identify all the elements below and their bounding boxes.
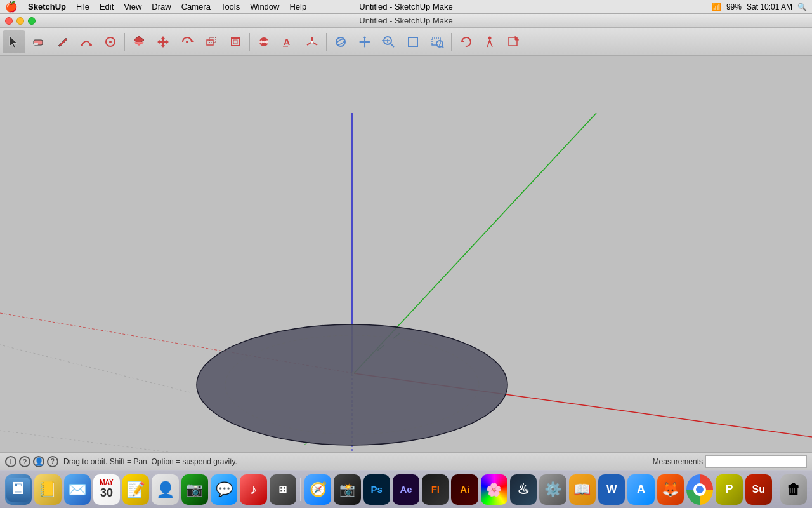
svg-point-7 [109,41,112,43]
photos-dock-item[interactable]: 🌸 [481,474,508,505]
svg-line-37 [442,46,444,48]
push-pull-tool[interactable] [128,30,150,53]
svg-marker-29 [369,41,370,43]
pan-tool[interactable] [353,30,376,53]
svg-text:A: A [284,37,290,47]
tape-tool[interactable] [252,30,275,53]
contacts-dock-item[interactable]: 👤 [152,474,178,505]
circle-tool[interactable] [99,30,122,53]
camera-menu[interactable]: Camera [181,2,211,11]
search-icon[interactable]: 🔍 [797,3,807,11]
facetime-dock-item[interactable]: 📷 [181,474,208,505]
help-menu[interactable]: Help [289,2,306,11]
wifi-icon: 📶 [712,3,721,11]
apple-menu[interactable]: 🍎 [5,1,18,13]
dock: 🖥 📒 ✉️ MAY30 📝 👤 📷 💬 ♪ ⊞ 🧭 📸 Ps Ae Fl Ai… [0,470,812,508]
edit-menu[interactable]: Edit [100,2,114,11]
status-hint: Drag to orbit. Shift = Pan, Option = sus… [63,457,237,466]
view-menu[interactable]: View [124,2,141,11]
svg-point-4 [81,44,83,46]
status-info-icon[interactable]: i [5,456,16,467]
svg-marker-28 [359,41,361,43]
safari-dock-item[interactable]: 🧭 [304,474,331,505]
window-title-bar: Untitled - SketchUp Make [0,14,812,28]
word-dock-item[interactable]: W [598,474,625,505]
trash-dock-item[interactable]: 🗑 [780,474,807,505]
clock: Sat 10:01 AM [747,3,792,11]
mac-menu-bar: 🍎 SketchUp File Edit View Draw Camera To… [0,0,812,14]
zoom-tool[interactable] [377,30,400,53]
file-menu[interactable]: File [76,2,89,11]
photoshop-dock-item[interactable]: Ps [363,474,390,505]
rotate-tool[interactable] [176,30,199,53]
messages-dock-item[interactable]: 💬 [211,474,237,505]
close-button[interactable] [5,17,13,25]
ibooks-dock-item[interactable]: 📖 [569,474,596,505]
pocketbook-dock-item[interactable]: P [716,474,742,505]
svg-line-31 [391,43,395,47]
status-help-icon[interactable]: ? [47,456,58,467]
canvas-area[interactable] [0,56,812,452]
svg-rect-19 [283,46,288,47]
appstore-dock-item[interactable]: A [627,474,654,505]
measurements-area: Measurements [653,455,807,468]
battery-status: 99% [726,3,742,11]
sysprefs-dock-item[interactable]: ⚙️ [539,474,566,505]
mail-dock-item[interactable]: ✉️ [64,474,91,505]
walk-tool[interactable] [478,30,501,53]
scale-tool[interactable] [200,30,223,53]
svg-rect-34 [409,37,417,46]
status-icons: i ? 👤 ? [5,456,58,467]
svg-point-39 [488,36,492,39]
finder-dock-item[interactable]: 🖥 [5,474,32,505]
notes-dock-item[interactable]: 📒 [34,474,61,505]
arc-tool[interactable] [75,30,98,53]
draw-menu[interactable]: Draw [152,2,171,11]
svg-marker-0 [10,36,17,48]
window-menu[interactable]: Window [250,2,279,11]
steam-dock-item[interactable]: ♨ [510,474,537,505]
sketchup-menu[interactable]: SketchUp [28,2,66,11]
aftereffects-dock-item[interactable]: Ae [393,474,419,505]
text-tool[interactable]: A [277,30,299,53]
zoom-window-tool[interactable] [426,30,449,53]
sketchup-dock-item[interactable]: Su [745,474,772,505]
calendar-dock-item[interactable]: MAY30 [93,474,120,505]
previous-view-tool[interactable] [454,30,477,53]
zoom-extents-tool[interactable] [402,30,424,53]
svg-marker-27 [363,46,366,48]
music-dock-item[interactable]: ♪ [240,474,266,505]
status-bar: i ? 👤 ? Drag to orbit. Shift = Pan, Opti… [0,452,812,470]
stickies-dock-item[interactable]: 📝 [122,474,149,505]
svg-rect-15 [232,38,239,46]
flash-dock-item[interactable]: Fl [422,474,449,505]
svg-marker-3 [58,46,61,47]
status-question-icon[interactable]: ? [19,456,30,467]
offset-tool[interactable] [224,30,247,53]
toolbar: A [0,28,812,56]
svg-point-12 [186,41,188,43]
eraser-tool[interactable] [27,30,49,53]
firefox-dock-item[interactable]: 🦊 [657,474,684,505]
svg-rect-2 [34,43,38,45]
svg-point-5 [89,44,92,46]
orbit-tool[interactable] [329,30,352,53]
move-tool[interactable] [152,30,174,53]
tools-menu[interactable]: Tools [221,2,240,11]
illustrator-dock-item[interactable]: Ai [451,474,478,505]
axes-tool[interactable] [301,30,324,53]
export-tool[interactable] [502,30,525,53]
measurements-input[interactable] [705,455,807,468]
screenshot-dock-item[interactable]: 📸 [334,474,360,505]
measurements-label: Measurements [653,457,703,466]
svg-point-55 [197,324,508,445]
pencil-tool[interactable] [51,30,74,53]
select-tool[interactable] [3,30,25,53]
maximize-button[interactable] [28,17,36,25]
launchpad-dock-item[interactable]: ⊞ [270,474,296,505]
status-person-icon[interactable]: 👤 [33,456,44,467]
app-title: Untitled - SketchUp Make [359,2,452,11]
svg-text:🖥: 🖥 [9,479,25,498]
chrome-dock-item[interactable] [686,474,713,505]
minimize-button[interactable] [16,17,24,25]
